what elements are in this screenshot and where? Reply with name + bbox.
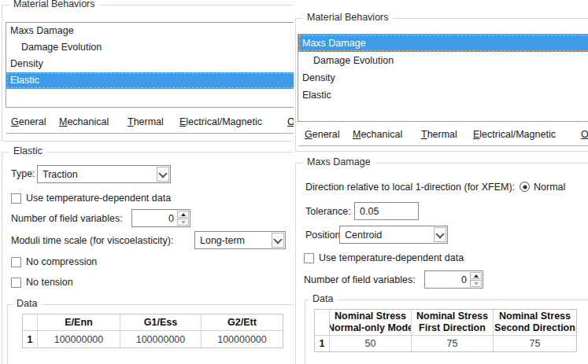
table-cell-first-direction[interactable]: 75 xyxy=(412,336,494,351)
column-header: G1/Ess xyxy=(120,314,202,331)
category-tabs: General Mechanical Thermal Electrical/Ma… xyxy=(0,116,294,131)
field-variables-value: 0 xyxy=(461,274,467,285)
material-behaviors-list[interactable]: Maxs Damage Damage Evolution Density Ela… xyxy=(6,22,294,108)
row-number: 1 xyxy=(23,331,38,347)
use-temperature-checkbox[interactable] xyxy=(11,193,21,204)
position-value: Centroid xyxy=(345,230,382,241)
direction-option-normal[interactable]: Normal xyxy=(534,182,565,193)
no-tension-checkbox[interactable] xyxy=(11,278,21,288)
behavior-item-damage-evolution[interactable]: Damage Evolution xyxy=(6,39,294,56)
position-label: Position: xyxy=(305,230,343,241)
no-compression-checkbox[interactable] xyxy=(11,257,21,267)
elastic-data-table: E/Enn G1/Ess G2/Ett 1 100000000 10000000… xyxy=(22,314,283,348)
direction-label: Direction relative to local 1-direction … xyxy=(305,182,515,193)
tab-thermal[interactable]: Thermal xyxy=(128,116,164,127)
maxs-damage-section-title: Maxs Damage xyxy=(303,156,375,167)
spinner-up-icon[interactable] xyxy=(177,211,189,218)
tolerance-value: 0.05 xyxy=(360,206,379,217)
tab-general[interactable]: General xyxy=(11,116,46,127)
column-header: Nominal StressNormal-only Mode xyxy=(330,310,412,336)
column-header: Nominal StressSecond Direction xyxy=(494,310,576,336)
table-cell-normal-mode[interactable]: 50 xyxy=(330,336,412,351)
spinner-up-icon[interactable] xyxy=(470,272,482,279)
elastic-section-title: Elastic xyxy=(9,145,46,156)
field-variables-stepper[interactable]: 0 xyxy=(131,209,190,227)
field-variables-value: 0 xyxy=(168,213,174,224)
elastic-editor-panel: Material Behaviors Maxs Damage Damage Ev… xyxy=(0,0,294,364)
moduli-time-scale-label: Moduli time scale (for viscoelasticity): xyxy=(11,235,173,246)
tab-electrical-magnetic[interactable]: Electrical/Magnetic xyxy=(179,116,262,127)
table-cell-g2-ett[interactable]: 100000000 xyxy=(202,331,283,347)
category-tabs: General Mechanical Thermal Electrical/Ma… xyxy=(294,129,588,143)
use-temperature-label: Use temperature-dependent data xyxy=(319,252,464,263)
field-variables-stepper[interactable]: 0 xyxy=(424,270,483,289)
data-group-title: Data xyxy=(309,293,337,304)
tab-other[interactable]: Other xyxy=(287,116,294,127)
tolerance-input[interactable]: 0.05 xyxy=(354,202,419,220)
behavior-item-elastic[interactable]: Elastic xyxy=(6,72,294,89)
table-corner-cell xyxy=(315,310,330,336)
moduli-time-scale-dropdown[interactable]: Long-term xyxy=(194,231,286,249)
chevron-down-icon[interactable] xyxy=(157,167,169,182)
column-header: E/Enn xyxy=(38,314,120,331)
no-compression-label: No compression xyxy=(26,256,97,267)
chevron-down-icon[interactable] xyxy=(272,233,284,248)
field-variables-label: Number of field variables: xyxy=(11,213,123,224)
behavior-item-elastic[interactable]: Elastic xyxy=(298,86,588,104)
no-tension-label: No tension xyxy=(26,277,73,288)
tab-electrical-magnetic[interactable]: Electrical/Magnetic xyxy=(473,129,556,140)
moduli-time-scale-value: Long-term xyxy=(200,235,245,246)
behavior-item-damage-evolution[interactable]: Damage Evolution xyxy=(298,52,588,69)
behavior-item-maxs-damage[interactable]: Maxs Damage xyxy=(6,23,294,39)
spinner-down-icon[interactable] xyxy=(470,280,482,287)
maxs-damage-data-table: Nominal StressNormal-only Mode Nominal S… xyxy=(314,309,577,352)
tab-general[interactable]: General xyxy=(305,129,339,140)
table-cell-second-direction[interactable]: 75 xyxy=(494,336,576,351)
material-behaviors-title: Material Behaviors xyxy=(303,12,393,23)
spinner-down-icon[interactable] xyxy=(177,219,189,226)
tab-mechanical[interactable]: Mechanical xyxy=(59,116,109,127)
material-behaviors-title: Material Behaviors xyxy=(9,0,99,9)
direction-row: Direction relative to local 1-direction … xyxy=(305,182,565,193)
type-value: Traction xyxy=(43,169,78,180)
tab-thermal[interactable]: Thermal xyxy=(421,129,457,140)
use-temperature-checkbox[interactable] xyxy=(304,253,314,263)
tab-bar-divider xyxy=(298,145,588,146)
tab-other[interactable]: Other xyxy=(581,129,588,140)
type-dropdown[interactable]: Traction xyxy=(37,165,171,183)
row-number: 1 xyxy=(315,336,330,351)
table-cell-e-enn[interactable]: 100000000 xyxy=(38,331,120,347)
use-temperature-label: Use temperature-dependent data xyxy=(26,193,171,204)
table-corner-cell xyxy=(23,314,38,331)
radio-selected-icon[interactable] xyxy=(520,182,530,192)
behavior-item-maxs-damage[interactable]: Maxs Damage xyxy=(298,35,588,52)
behavior-item-density[interactable]: Density xyxy=(298,69,588,86)
tolerance-label: Tolerance: xyxy=(305,206,351,217)
chevron-down-icon[interactable] xyxy=(434,227,446,242)
column-header: G2/Ett xyxy=(202,314,283,331)
material-behaviors-list[interactable]: Maxs Damage Damage Evolution Density Ela… xyxy=(298,34,588,122)
tab-bar-divider xyxy=(6,133,294,134)
column-header: Nominal StressFirst Direction xyxy=(412,310,494,336)
tab-mechanical[interactable]: Mechanical xyxy=(353,129,402,140)
table-cell-g1-ess[interactable]: 100000000 xyxy=(120,331,202,347)
position-dropdown[interactable]: Centroid xyxy=(339,226,448,244)
type-label: Type: xyxy=(11,168,35,179)
data-group-title: Data xyxy=(13,298,41,309)
field-variables-label: Number of field variables: xyxy=(304,274,416,285)
behavior-item-density[interactable]: Density xyxy=(6,56,294,72)
maxs-damage-editor-panel: Material Behaviors Maxs Damage Damage Ev… xyxy=(294,0,588,364)
